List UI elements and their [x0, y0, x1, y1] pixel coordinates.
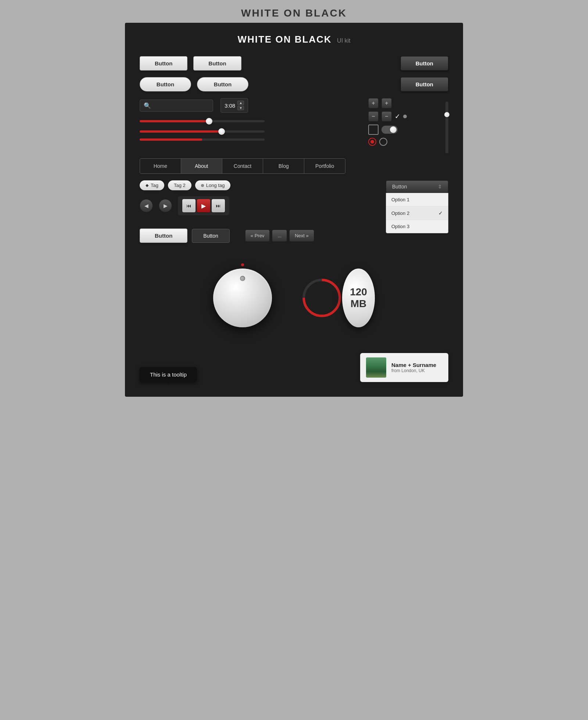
- nav-portfolio[interactable]: Portfolio: [304, 159, 345, 173]
- spinner-buttons: ▲ ▼: [237, 101, 244, 110]
- controls-main-row: 🔍 3:08 ▲ ▼: [140, 98, 448, 153]
- button-2[interactable]: Button: [193, 56, 241, 71]
- button-pill-1[interactable]: Button: [140, 77, 191, 91]
- panel-title-sub: UI kit: [337, 37, 350, 44]
- button-dark-2[interactable]: Button: [401, 77, 448, 91]
- spinner-down[interactable]: ▼: [237, 106, 244, 110]
- bottom-button-2[interactable]: Button: [192, 229, 229, 243]
- tag-2-label: Tag 2: [174, 183, 186, 188]
- slider-section: [140, 118, 361, 141]
- tag-2[interactable]: Tag 2: [168, 180, 191, 190]
- nav-blog[interactable]: Blog: [263, 159, 304, 173]
- player-controls: ⏮ ▶ ⏭: [178, 196, 229, 215]
- nav-section: Home About Contact Blog Portfolio: [140, 158, 448, 174]
- dropdown-option-3[interactable]: Option 3: [386, 220, 448, 233]
- search-time-area: 🔍 3:08 ▲ ▼: [140, 98, 361, 153]
- slider-1[interactable]: [140, 118, 361, 125]
- grid-row-2: − − ✓: [368, 111, 434, 122]
- dropdown-option-1[interactable]: Option 1: [386, 193, 448, 206]
- knob-dot: [241, 263, 244, 266]
- knob-section: 120 MB: [140, 254, 448, 342]
- plus-btn-2[interactable]: +: [381, 98, 392, 108]
- time-value: 3:08: [225, 102, 235, 109]
- time-display: 3:08 ▲ ▼: [220, 98, 248, 113]
- user-name: Name + Surname: [391, 362, 436, 368]
- spinner-up[interactable]: ▲: [237, 101, 244, 105]
- vertical-slider[interactable]: [445, 102, 448, 153]
- user-location: from London, UK: [391, 368, 436, 373]
- buttons-section-1: Button Button Button: [140, 56, 448, 71]
- circle-progress-svg: [301, 261, 342, 335]
- panel-title: WHITE ON BLACK UI kit: [140, 34, 448, 45]
- option-1-label: Option 1: [391, 197, 409, 202]
- dot-icon: [403, 115, 407, 118]
- checkbox-square[interactable]: [368, 125, 379, 135]
- button-pill-2[interactable]: Button: [197, 77, 248, 91]
- grid-controls-area: + + − − ✓: [368, 98, 434, 153]
- page-title-area: WHITE ON BLACK: [241, 7, 347, 19]
- search-box[interactable]: 🔍: [140, 100, 213, 112]
- grid-row-4: [368, 138, 434, 146]
- knob-indicator: [240, 276, 245, 281]
- bottom-button-1[interactable]: Button: [140, 228, 187, 243]
- bottom-extras: This is a tooltip Name + Surname from Lo…: [140, 353, 448, 382]
- nav-about[interactable]: About: [181, 159, 222, 173]
- tags-dropdown-row: ◆ Tag Tag 2 Long tag ◀ ▶: [140, 180, 448, 222]
- circle-progress-wrapper: 120 MB: [301, 261, 375, 335]
- tooltip-area: This is a tooltip: [140, 367, 197, 382]
- forward-btn[interactable]: ⏭: [212, 199, 225, 212]
- dropdown-arrow-icon: ⇕: [438, 184, 442, 190]
- plus-btn-1[interactable]: +: [368, 98, 379, 108]
- radio-off[interactable]: [379, 138, 387, 146]
- slider-2[interactable]: [140, 128, 361, 135]
- dropdown-option-2[interactable]: Option 2 ✓: [386, 206, 448, 220]
- minus-btn-2[interactable]: −: [381, 111, 392, 122]
- user-info: Name + Surname from London, UK: [391, 362, 436, 373]
- tag-3[interactable]: Long tag: [195, 180, 231, 190]
- prev-arrow[interactable]: ◀: [140, 199, 153, 212]
- circle-bg: 120 MB: [342, 269, 375, 327]
- circle-value: 120 MB: [342, 286, 375, 310]
- radio-on[interactable]: [368, 138, 376, 146]
- user-avatar: [366, 357, 386, 378]
- next-page-btn[interactable]: Next »: [289, 230, 314, 242]
- panel-title-main: WHITE ON BLACK: [237, 34, 331, 45]
- user-card: Name + Surname from London, UK: [360, 353, 448, 382]
- radio-inner: [370, 140, 374, 144]
- dark-buttons: Button: [401, 56, 448, 71]
- buttons-section-2: Button Button Button: [140, 77, 448, 91]
- nav-home[interactable]: Home: [140, 159, 181, 173]
- button-1[interactable]: Button: [140, 56, 187, 71]
- rewind-btn[interactable]: ⏮: [182, 199, 196, 212]
- vertical-slider-area: [442, 98, 448, 153]
- vertical-thumb: [444, 112, 449, 117]
- check-icon: ✓: [395, 112, 400, 120]
- page-title: WHITE ON BLACK: [241, 7, 347, 19]
- tooltip-box: This is a tooltip: [140, 367, 197, 382]
- minus-btn-1[interactable]: −: [368, 111, 379, 122]
- grid-row-3: [368, 125, 434, 135]
- button-dark-1[interactable]: Button: [401, 56, 448, 71]
- dropdown-label: Button: [392, 184, 407, 190]
- nav-contact[interactable]: Contact: [222, 159, 263, 173]
- dots-btn[interactable]: ...: [272, 230, 287, 242]
- nav-bar: Home About Contact Blog Portfolio: [140, 158, 345, 174]
- progress-bar: [140, 138, 265, 141]
- next-arrow[interactable]: ▶: [159, 199, 172, 212]
- dark-buttons-2: Button: [401, 77, 448, 91]
- main-panel: WHITE ON BLACK UI kit Button Button Butt…: [125, 23, 463, 397]
- option-2-label: Option 2: [391, 210, 409, 216]
- tag-diamond-1: ◆: [146, 183, 148, 188]
- tooltip-text: This is a tooltip: [150, 371, 187, 378]
- prev-page-btn[interactable]: « Prev: [245, 230, 270, 242]
- controls-row: 🔍 3:08 ▲ ▼: [140, 98, 361, 113]
- dropdown-area: Button ⇕ Option 1 Option 2 ✓ Option 3: [386, 180, 448, 193]
- tag-1[interactable]: ◆ Tag: [140, 180, 164, 190]
- play-btn[interactable]: ▶: [197, 199, 210, 212]
- dropdown-menu: Option 1 Option 2 ✓ Option 3: [386, 193, 448, 233]
- search-icon: 🔍: [144, 102, 151, 109]
- toggle-switch[interactable]: [381, 126, 398, 134]
- tag-3-label: Long tag: [206, 183, 225, 188]
- knob[interactable]: [213, 269, 272, 327]
- dropdown-button[interactable]: Button ⇕: [386, 180, 448, 193]
